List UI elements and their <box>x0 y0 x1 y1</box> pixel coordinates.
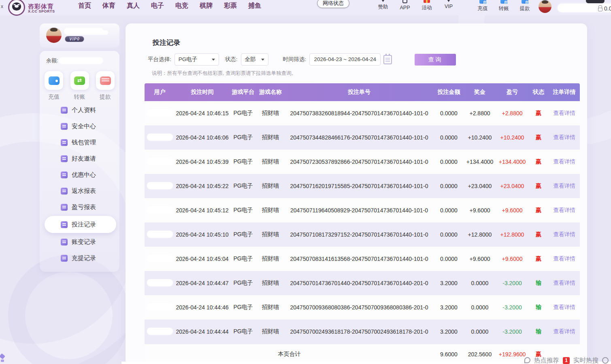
nav-item-3[interactable]: 真人 <box>127 2 140 10</box>
nav-item-1[interactable]: 首页 <box>78 2 91 10</box>
sidebar-item-label: 投注记录 <box>72 221 96 229</box>
topbar-avatar[interactable] <box>539 0 551 13</box>
cell-profit: -3.2000 <box>496 304 528 311</box>
network-status-pill[interactable]: 网络状态 <box>317 0 349 8</box>
view-detail-link[interactable]: 查看详情 <box>549 207 580 214</box>
topbar-wallet-withdraw[interactable]: 提款 <box>517 0 532 12</box>
cell-bet-amount: 0.0000 <box>434 207 464 214</box>
date-range-input[interactable]: 2026-04-23 ~ 2026-04-24 <box>309 53 381 66</box>
sidebar-avatar[interactable] <box>46 28 62 43</box>
cell-bet-no: 2047507119640508929-2047507014736701440-… <box>284 207 434 214</box>
quick-action-recharge[interactable]: 充值 <box>45 71 63 101</box>
table-row: 2026-04-24 10:45:12 PG电子 招财喵 20475071196… <box>145 198 580 222</box>
nav-item-6[interactable]: 棋牌 <box>200 2 213 10</box>
cell-bet-time: 2026-04-24 10:45:22 <box>175 183 230 189</box>
cell-bet-amount: 0.0000 <box>434 231 464 238</box>
column-header: 游戏平台 <box>230 89 257 96</box>
cell-prize: +134.4000 <box>464 159 496 165</box>
quick-action-withdraw[interactable]: 提款 <box>96 71 115 101</box>
nav-item-7[interactable]: 彩票 <box>224 2 237 10</box>
filter-bar: 平台选择: PG电子 状态: 全部 时间筛选: 2026-04-23 ~ 202… <box>148 53 456 66</box>
redacted-username <box>147 303 173 311</box>
cell-user <box>145 182 175 190</box>
sidebar-item-bet-records[interactable]: 投注记录 <box>45 216 116 233</box>
topbar-vip-badge-fragment <box>586 0 605 3</box>
nav-item-2[interactable]: 体育 <box>102 2 115 10</box>
cell-prize: +23.0400 <box>464 183 496 189</box>
view-detail-link[interactable]: 查看详情 <box>549 182 580 190</box>
cell-status: 赢 <box>528 182 549 190</box>
cell-game: 招财喵 <box>257 279 284 287</box>
view-detail-link[interactable]: 查看详情 <box>549 231 580 238</box>
sidebar-item-label: 个人资料 <box>72 106 96 114</box>
cell-platform: PG电子 <box>230 304 257 311</box>
sidebar-item-account-changes[interactable]: 账变记录 <box>40 234 119 250</box>
column-header: 用户 <box>145 89 175 96</box>
sidebar-item-profile[interactable]: 个人资料 <box>40 102 119 118</box>
view-detail-link[interactable]: 查看详情 <box>549 304 580 311</box>
calendar-icon[interactable] <box>383 55 392 64</box>
sidebar-item-invite[interactable]: 好友邀请 <box>40 150 119 167</box>
cell-prize: +12.8000 <box>464 231 496 238</box>
sidebar-item-security[interactable]: 安全中心 <box>40 118 119 134</box>
topbar-link-vip[interactable]: VIP <box>441 0 456 11</box>
topbar-link-activity[interactable]: 活动 <box>419 0 434 11</box>
column-header: 状态 <box>528 89 549 96</box>
view-detail-link[interactable]: 查看详情 <box>549 279 580 287</box>
platform-value: PG电子 <box>179 56 198 63</box>
deposit-records-icon <box>61 255 68 262</box>
brand-subtitle: X.CC SPORTS <box>28 10 55 14</box>
platform-select[interactable]: PG电子 <box>175 53 219 66</box>
sidebar-item-wallet[interactable]: 钱包管理 <box>40 134 119 150</box>
nav-item-5[interactable]: 电竞 <box>175 2 188 10</box>
sidebar-item-profitloss-report[interactable]: 盈亏报表 <box>40 199 119 215</box>
hot-recommend-label[interactable]: 热点推荐 <box>534 356 559 364</box>
view-detail-link[interactable]: 查看详情 <box>549 255 580 262</box>
redacted-username <box>147 158 173 165</box>
topbar-link-app[interactable]: APP <box>398 0 412 11</box>
redacted-username <box>147 182 173 189</box>
cell-bet-no: 2047507009368080386-2047507009368080386-… <box>284 304 434 311</box>
sidebar-item-label: 钱包管理 <box>72 139 96 146</box>
view-detail-link[interactable]: 查看详情 <box>549 158 580 165</box>
cell-status: 赢 <box>528 158 549 165</box>
platform-label: 平台选择: <box>148 56 171 63</box>
nav-item-4[interactable]: 电子 <box>151 2 164 10</box>
topbar-wallet-transfer[interactable]: 转账 <box>496 0 511 12</box>
profitloss-report-icon <box>61 204 68 211</box>
sidebar-item-promo[interactable]: 优惠中心 <box>40 167 119 183</box>
status-select[interactable]: 全部 <box>241 53 268 66</box>
cell-platform: PG电子 <box>230 231 257 238</box>
summary-bet-amount: 9.6000 <box>434 351 464 358</box>
cell-bet-amount: 0.0000 <box>434 110 464 116</box>
brand[interactable]: 咨彩体育 X.CC SPORTS <box>8 0 55 16</box>
view-detail-link[interactable]: 查看详情 <box>549 110 580 117</box>
redacted-username <box>147 133 173 141</box>
sidebar-item-deposit-records[interactable]: 充提记录 <box>40 250 119 266</box>
quick-action-transfer[interactable]: 转账 <box>70 71 89 101</box>
bet-records-icon <box>61 221 68 228</box>
edge-artifact: x <box>1 4 3 9</box>
security-icon <box>61 123 68 130</box>
redacted-username <box>147 279 173 286</box>
table-row: 2026-04-24 10:45:04 PG电子 招财喵 20475070831… <box>145 247 580 271</box>
cell-status: 输 <box>528 328 549 335</box>
view-detail-link[interactable]: 查看详情 <box>549 328 580 335</box>
cell-game: 招财喵 <box>257 255 284 262</box>
lock-icon[interactable] <box>598 8 602 11</box>
view-detail-link[interactable]: 查看详情 <box>549 134 580 141</box>
face-icon[interactable] <box>602 357 609 364</box>
page-title: 投注记录 <box>153 38 180 47</box>
cell-bet-time: 2026-04-24 10:44:47 <box>175 280 230 286</box>
nav-item-8[interactable]: 捕鱼 <box>248 2 261 10</box>
topbar-wallet-recharge[interactable]: 充值 <box>475 0 490 12</box>
cell-bet-amount: 3.2000 <box>434 280 464 286</box>
cell-profit: +12.8000 <box>496 231 528 238</box>
topbar-link-sponsor[interactable]: 赞助 <box>376 0 390 11</box>
table-row: 2026-04-24 10:45:10 PG电子 招财喵 20475071081… <box>145 222 580 247</box>
decoration <box>1 360 4 362</box>
sidebar-item-rebate-report[interactable]: 返水报表 <box>40 183 119 199</box>
topbar: x 咨彩体育 X.CC SPORTS 首页体育真人电子电竞棋牌彩票捕鱼 网络状态… <box>0 0 611 15</box>
realtime-hot-label[interactable]: 实时热搜 <box>573 356 598 364</box>
search-button[interactable]: 查询 <box>415 54 456 66</box>
